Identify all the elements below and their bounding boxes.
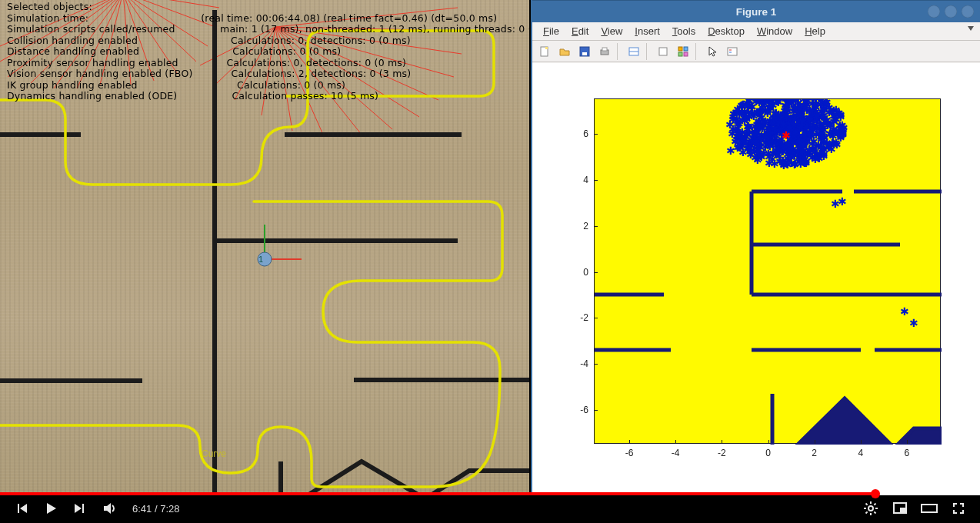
svg-line-700 (866, 511, 868, 513)
svg-rect-51 (684, 52, 688, 56)
svg-line-699 (874, 511, 875, 513)
svg-point-693 (868, 506, 873, 511)
chart-axes[interactable]: ✱✱✱✱✱✱✱✱✱✱✱✱✱✱✱✱✱✱✱✱✱✱✱✱✱✱✱✱✱✱✱✱✱✱✱✱✱✱✱✱… (594, 98, 941, 444)
figure-titlebar[interactable]: Figure 1 (532, 0, 980, 22)
svg-text:✱: ✱ (755, 121, 765, 133)
layout-1-icon[interactable] (654, 43, 672, 60)
svg-text:✱: ✱ (752, 136, 761, 148)
miniplayer-icon[interactable] (889, 498, 911, 519)
svg-text:✱: ✱ (775, 155, 785, 168)
svg-marker-66 (898, 428, 942, 445)
theater-icon[interactable] (918, 498, 940, 519)
menu-window[interactable]: Window (751, 24, 798, 38)
svg-text:✱: ✱ (819, 118, 828, 130)
ytick: 2 (583, 221, 588, 232)
xtick: -2 (718, 448, 726, 458)
svg-rect-44 (602, 48, 607, 51)
figure-canvas[interactable]: ✱✱✱✱✱✱✱✱✱✱✱✱✱✱✱✱✱✱✱✱✱✱✱✱✱✱✱✱✱✱✱✱✱✱✱✱✱✱✱✱… (532, 63, 980, 495)
svg-text:✱: ✱ (778, 99, 788, 104)
save-icon[interactable] (575, 43, 594, 60)
xtick: 4 (858, 448, 863, 458)
svg-rect-49 (684, 47, 688, 51)
sim-status-overlay: Selected objects: Simulation time: (real… (7, 2, 529, 102)
curve-label: Curve (202, 448, 226, 459)
open-folder-icon[interactable] (555, 43, 574, 60)
svg-text:✱: ✱ (796, 158, 805, 170)
svg-text:1: 1 (258, 255, 263, 264)
svg-marker-65 (798, 398, 891, 445)
video-time: 6:41 / 7:28 (132, 503, 179, 515)
close-icon[interactable] (962, 5, 974, 18)
svg-text:✱: ✱ (753, 106, 762, 118)
matlab-figure-window: Figure 1 File Edit View Insert Tools Des… (531, 0, 980, 495)
video-control-bar: 6:41 / 7:28 (0, 495, 980, 523)
figure-title: Figure 1 (736, 6, 777, 18)
svg-text:✱: ✱ (822, 99, 832, 108)
svg-text:✱: ✱ (791, 102, 800, 114)
svg-rect-52 (728, 48, 737, 55)
volume-icon[interactable] (98, 498, 120, 519)
svg-rect-40 (545, 47, 548, 49)
chart-map (595, 192, 942, 445)
ytick: 4 (583, 175, 588, 185)
svg-text:✱: ✱ (838, 195, 847, 208)
svg-text:✱: ✱ (772, 139, 781, 152)
ytick: -6 (580, 405, 588, 415)
svg-text:✱: ✱ (756, 150, 765, 162)
ytick: 0 (583, 267, 588, 278)
svg-text:✱: ✱ (749, 99, 758, 104)
svg-rect-48 (678, 47, 682, 51)
next-button[interactable] (69, 498, 91, 519)
svg-text:✱: ✱ (766, 99, 775, 104)
maximize-icon[interactable] (945, 5, 957, 18)
svg-text:✱: ✱ (816, 142, 825, 154)
new-file-icon[interactable] (535, 43, 554, 60)
ytick: 6 (583, 128, 588, 139)
menu-tools[interactable]: Tools (666, 24, 702, 38)
svg-text:✱: ✱ (726, 145, 735, 157)
fullscreen-icon[interactable] (948, 498, 969, 519)
svg-text:✱: ✱ (909, 317, 918, 329)
print-icon[interactable] (595, 43, 614, 60)
chart-robot-estimate: ✱ (782, 129, 791, 142)
svg-text:✱: ✱ (728, 123, 738, 135)
xtick: 2 (812, 448, 817, 458)
svg-text:✱: ✱ (765, 151, 774, 163)
simulator-viewport[interactable]: 1 Selected objects: Simulation time: (re… (0, 0, 529, 495)
link-axes-icon[interactable] (625, 43, 643, 60)
svg-text:✱: ✱ (795, 136, 805, 148)
chevron-down-icon[interactable] (968, 26, 974, 31)
ytick: -4 (580, 358, 588, 369)
minimize-icon[interactable] (928, 5, 940, 18)
menu-file[interactable]: File (537, 24, 565, 38)
menu-insert[interactable]: Insert (628, 24, 666, 38)
settings-icon[interactable] (860, 498, 882, 519)
menu-edit[interactable]: Edit (565, 24, 595, 38)
svg-text:✱: ✱ (802, 100, 811, 112)
figure-toolbar (532, 41, 980, 62)
svg-text:✱: ✱ (900, 305, 909, 318)
figure-menubar: File Edit View Insert Tools Desktop Wind… (532, 22, 980, 41)
svg-text:✱: ✱ (805, 128, 815, 140)
svg-text:✱: ✱ (732, 106, 741, 118)
svg-rect-42 (582, 52, 587, 55)
origin-gizmo: 1 (258, 225, 302, 266)
insert-legend-icon[interactable] (723, 43, 742, 60)
svg-rect-50 (678, 52, 682, 56)
pointer-icon[interactable] (703, 43, 722, 60)
xtick: -4 (672, 448, 680, 458)
menu-desktop[interactable]: Desktop (702, 24, 751, 38)
xtick: -6 (625, 448, 634, 458)
svg-text:✱: ✱ (782, 129, 791, 142)
play-button[interactable] (40, 498, 62, 519)
svg-line-701 (874, 504, 875, 505)
xtick: 0 (765, 448, 771, 458)
layout-grid-icon[interactable] (674, 43, 692, 60)
svg-text:✱: ✱ (769, 112, 778, 125)
previous-button[interactable] (11, 498, 32, 519)
svg-rect-47 (659, 48, 667, 55)
menu-view[interactable]: View (595, 24, 628, 38)
svg-text:✱: ✱ (836, 130, 845, 142)
menu-help[interactable]: Help (798, 24, 832, 38)
xtick: 6 (905, 448, 910, 458)
